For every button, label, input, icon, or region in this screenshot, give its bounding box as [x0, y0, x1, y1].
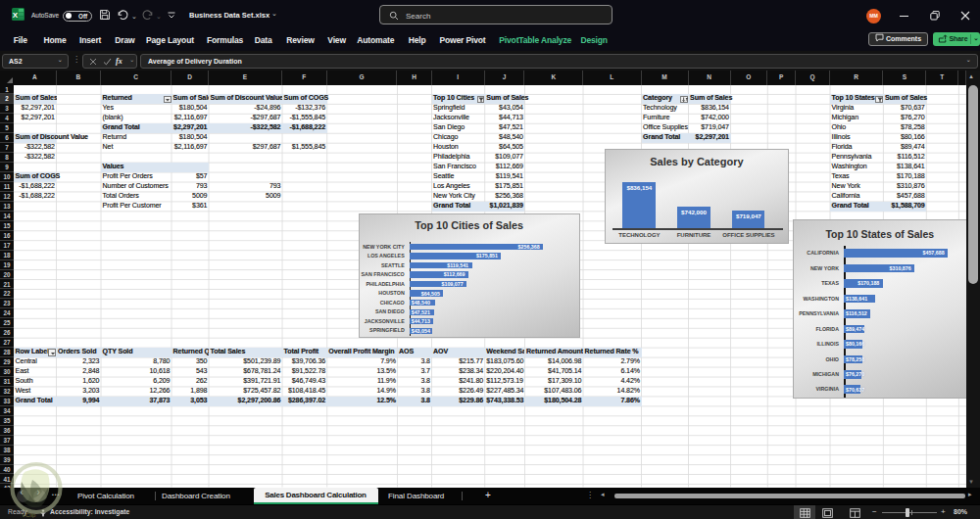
svg-text:VClip: VClip [22, 512, 36, 518]
